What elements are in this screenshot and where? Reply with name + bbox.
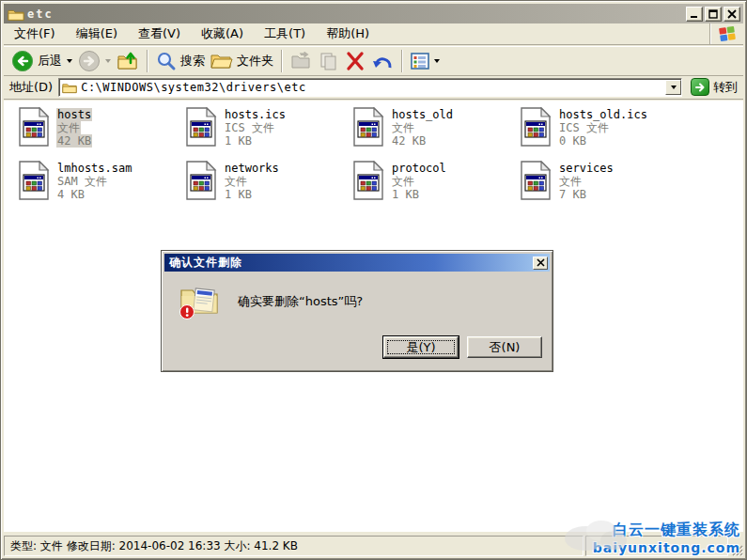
go-label: 转到: [713, 79, 738, 96]
forward-dropdown-icon[interactable]: [105, 59, 111, 63]
file-name: protocol: [391, 162, 447, 175]
address-dropdown-button[interactable]: [665, 80, 681, 95]
file-tile-networks[interactable]: networks 文件 1 KB: [185, 161, 352, 214]
menu-help[interactable]: 帮助(H): [316, 23, 380, 44]
file-size: 0 KB: [558, 134, 587, 148]
forward-button[interactable]: [75, 48, 114, 74]
address-dropdown-icon: [671, 86, 677, 89]
folders-label: 文件夹: [237, 53, 273, 70]
file-name: hosts: [56, 108, 92, 121]
delete-button[interactable]: [342, 49, 368, 73]
title-bar: etc: [4, 4, 743, 23]
file-icon: [352, 161, 384, 200]
back-dropdown-icon[interactable]: [67, 59, 72, 63]
address-input[interactable]: C:\WINDOWS\system32\drivers\etc: [58, 78, 682, 97]
file-label: networks 文件 1 KB: [224, 162, 280, 201]
menu-edit[interactable]: 编辑(E): [66, 23, 128, 44]
file-tile-lmhosts-sam[interactable]: lmhosts.sam SAM 文件 4 KB: [18, 161, 185, 214]
file-icon: [352, 107, 384, 147]
menu-tools[interactable]: 工具(T): [254, 23, 316, 44]
file-name: hosts_old.ics: [558, 108, 648, 121]
file-type: ICS 文件: [558, 121, 610, 134]
dialog-close-button[interactable]: [533, 257, 548, 270]
file-name: hosts.ics: [224, 108, 287, 121]
file-tile-hosts-old[interactable]: hosts_old 文件 42 KB: [352, 107, 520, 161]
yes-button[interactable]: 是(Y): [383, 336, 459, 358]
address-label: 地址(D): [9, 79, 53, 96]
file-tile-hosts-old-ics[interactable]: hosts_old.ics ICS 文件 0 KB: [520, 107, 687, 161]
copy-to-icon: [319, 52, 339, 70]
file-tile-hosts-ics[interactable]: hosts.ics ICS 文件 1 KB: [185, 107, 352, 161]
search-icon: [156, 51, 177, 71]
file-type: 文件: [391, 175, 415, 188]
explorer-window: etc 文件(F) 编辑(E) 查看(V) 收藏(A) 工具(T) 帮助(H): [0, 0, 747, 560]
file-icon: [185, 107, 217, 147]
undo-button[interactable]: [368, 49, 397, 73]
back-button[interactable]: 后退: [8, 48, 75, 74]
file-tile-protocol[interactable]: protocol 文件 1 KB: [352, 161, 520, 214]
no-button[interactable]: 否(N): [467, 336, 542, 358]
confirm-delete-dialog: 确认文件删除 确实要删除“hosts”吗?: [161, 250, 553, 372]
toolbar-separator: [147, 50, 148, 72]
address-bar: 地址(D) C:\WINDOWS\system32\drivers\etc 转到: [4, 77, 743, 100]
toolbar: 后退 搜索: [4, 46, 743, 76]
search-label: 搜索: [180, 53, 205, 70]
file-size: 42 KB: [56, 134, 92, 148]
file-label: hosts.ics ICS 文件 1 KB: [224, 108, 287, 148]
file-name: hosts_old: [391, 108, 454, 121]
file-size: 1 KB: [391, 188, 420, 201]
dialog-message: 确实要删除“hosts”吗?: [238, 293, 363, 310]
copy-to-button: [316, 50, 342, 72]
windows-flag-icon: [718, 25, 737, 42]
go-icon: [691, 78, 709, 96]
menu-view[interactable]: 查看(V): [128, 23, 191, 44]
up-folder-icon: [117, 51, 139, 71]
file-type: 文件: [224, 175, 248, 188]
file-grid: hosts 文件 42 KB hosts.ics ICS 文件 1 KB hos…: [4, 101, 743, 214]
views-dropdown-icon[interactable]: [434, 59, 440, 63]
close-icon: [727, 9, 737, 19]
dialog-title: 确认文件删除: [169, 255, 533, 271]
back-icon: [11, 50, 34, 72]
go-button[interactable]: 转到: [688, 78, 740, 96]
minimize-icon: [690, 9, 699, 19]
menu-file[interactable]: 文件(F): [4, 23, 66, 44]
delete-icon: [345, 51, 366, 71]
file-label: lmhosts.sam SAM 文件 4 KB: [56, 162, 132, 201]
folders-button[interactable]: 文件夹: [208, 50, 276, 72]
file-name: lmhosts.sam: [56, 162, 132, 175]
toolbar-separator: [401, 50, 403, 72]
file-size: 42 KB: [391, 134, 427, 148]
close-button[interactable]: [724, 7, 740, 22]
menu-bar: 文件(F) 编辑(E) 查看(V) 收藏(A) 工具(T) 帮助(H): [4, 23, 743, 45]
address-path: C:\WINDOWS\system32\drivers\etc: [81, 81, 305, 94]
move-to-button: [288, 50, 316, 72]
up-button[interactable]: [114, 49, 142, 73]
toolbar-separator: [281, 50, 283, 72]
file-icon: [18, 107, 50, 147]
windows-logo: [709, 23, 743, 44]
views-button[interactable]: [408, 51, 443, 71]
folder-icon: [8, 7, 24, 22]
file-type: 文件: [558, 175, 583, 188]
file-icon: [520, 161, 552, 200]
forward-icon: [78, 50, 101, 72]
resize-grip[interactable]: [730, 536, 743, 556]
minimize-button[interactable]: [686, 7, 703, 22]
search-button[interactable]: 搜索: [153, 49, 208, 73]
file-tile-hosts[interactable]: hosts 文件 42 KB: [18, 107, 185, 161]
file-label: services 文件 7 KB: [558, 162, 615, 201]
menu-favorites[interactable]: 收藏(A): [191, 23, 254, 44]
file-icon: [18, 161, 50, 200]
file-type: SAM 文件: [56, 175, 108, 188]
file-icon: [185, 161, 217, 200]
window-title: etc: [27, 8, 684, 21]
status-right-panel: [585, 536, 728, 556]
dialog-body: 确实要删除“hosts”吗? 是(Y) 否(N): [164, 272, 550, 368]
folders-icon: [210, 52, 233, 70]
views-icon: [411, 53, 429, 70]
file-label: hosts_old.ics ICS 文件 0 KB: [558, 108, 648, 148]
file-icon: [520, 107, 552, 147]
maximize-button[interactable]: [705, 7, 722, 22]
file-tile-services[interactable]: services 文件 7 KB: [520, 161, 687, 214]
